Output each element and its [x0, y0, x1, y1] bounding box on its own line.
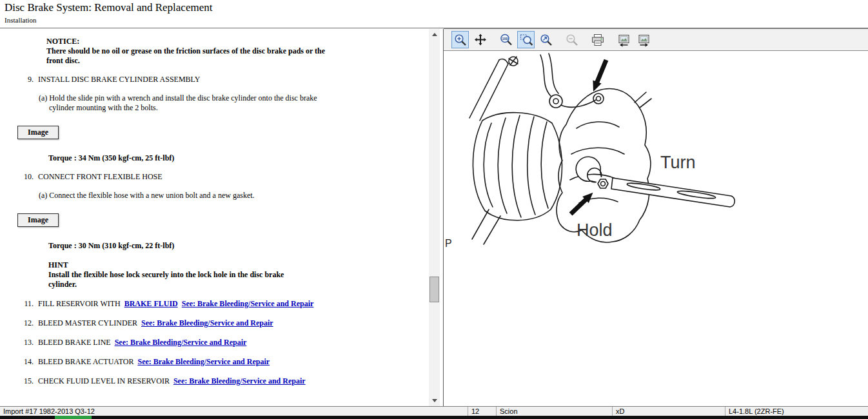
notice-label: NOTICE: [46, 37, 428, 46]
zoom-in-button[interactable] [451, 31, 469, 48]
turn-arrow-icon [593, 59, 608, 92]
step-9-torque: Torque : 34 Nm (350 kgf-cm, 25 ft-lbf) [48, 153, 428, 163]
figure-canvas[interactable]: Turn Hold P [444, 51, 868, 406]
page-subtitle: Installation [5, 16, 37, 24]
zoom-100-label: 100 [502, 36, 508, 40]
status-make: Scion [497, 407, 613, 416]
step-number: 9. [21, 75, 34, 84]
prev-figure-icon [616, 33, 631, 47]
caliper-drawing [469, 54, 651, 244]
list-item: 14.BLEED BRAKE ACTUATORSee: Brake Bleedi… [0, 357, 428, 367]
pan-button[interactable] [471, 31, 489, 48]
step-number: 13. [21, 338, 34, 347]
status-model: xD [613, 407, 725, 416]
step-number: 12. [21, 318, 34, 328]
see-brake-bleeding-link[interactable]: See: Brake Bleeding/Service and Repair [182, 299, 314, 308]
chevron-up-icon [432, 33, 437, 36]
zoom-in-icon [453, 33, 468, 47]
see-brake-bleeding-link[interactable]: See: Brake Bleeding/Service and Repair [115, 338, 247, 347]
page-title: Disc Brake System: Removal and Replaceme… [5, 1, 212, 14]
zoom-dynamic-button[interactable] [537, 31, 555, 48]
document-scrollbar[interactable] [429, 29, 440, 406]
zoom-100-button[interactable]: 100 [497, 31, 515, 48]
hold-label: Hold [577, 220, 613, 240]
status-import: Import #17 1982-2013 Q3-12 [0, 407, 468, 416]
step-10-heading: 10.CONNECT FRONT FLEXIBLE HOSE [0, 172, 428, 182]
see-brake-bleeding-link[interactable]: See: Brake Bleeding/Service and Repair [173, 376, 306, 385]
hold-arrow-icon [569, 193, 593, 216]
turn-label: Turn [660, 153, 696, 172]
image-viewer-toolbar: 100 [444, 28, 868, 51]
document-content: NOTICE: There should be no oil or grease… [0, 29, 428, 406]
notice-block: NOTICE: There should be no oil or grease… [46, 37, 428, 66]
pan-icon [473, 33, 488, 47]
hint-label: HINT [48, 260, 428, 270]
zoom-out-icon [565, 33, 579, 47]
page-letter: P [445, 238, 452, 249]
step-text: FILL RESERVOIR WITH [38, 299, 121, 308]
step-9-heading: 9.INSTALL DISC BRAKE CYLINDER ASSEMBLY [0, 75, 428, 84]
zoom-out-button[interactable] [563, 31, 580, 48]
next-figure-icon [636, 33, 651, 47]
zoom-window-button[interactable] [517, 31, 535, 48]
image-viewer-pane: 100 [444, 28, 868, 406]
brake-fluid-link[interactable]: BRAKE FLUID [124, 299, 178, 308]
list-item: 13.BLEED BRAKE LINESee: Brake Bleeding/S… [0, 338, 428, 347]
list-item: 12.BLEED MASTER CYLINDERSee: Brake Bleed… [0, 318, 428, 328]
scrollbar-thumb[interactable] [429, 277, 439, 302]
image-button-step10[interactable]: Image [17, 213, 59, 227]
prev-figure-button[interactable] [615, 31, 632, 48]
step-text: BLEED MASTER CYLINDER [38, 318, 137, 327]
hint-text: Install the flexible hose lock securely … [48, 270, 308, 289]
brake-service-figure: Turn Hold P [444, 51, 868, 406]
list-item: 15.CHECK FLUID LEVEL IN RESERVOIRSee: Br… [0, 376, 428, 386]
step-text: CHECK FLUID LEVEL IN RESERVOIR [38, 376, 170, 385]
zoom-100-icon: 100 [499, 33, 513, 47]
print-button[interactable] [589, 31, 606, 48]
zoom-window-icon [519, 33, 533, 47]
step-text: BLEED BRAKE ACTUATOR [38, 357, 133, 366]
taskbar-strip [0, 416, 868, 419]
image-button-step9[interactable]: Image [17, 126, 59, 139]
step-number: 15. [21, 376, 34, 386]
header: Disc Brake System: Removal and Replaceme… [0, 0, 868, 28]
step-text: BLEED BRAKE LINE [38, 338, 111, 347]
status-page-count: 12 [468, 407, 497, 416]
chevron-down-icon [432, 399, 437, 402]
next-figure-button[interactable] [635, 31, 652, 48]
step-number: 10. [21, 172, 34, 182]
step-number: 14. [21, 357, 34, 367]
document-pane: NOTICE: There should be no oil or grease… [0, 29, 440, 406]
step-title: CONNECT FRONT FLEXIBLE HOSE [38, 172, 163, 181]
step-number: 11. [21, 299, 34, 309]
scroll-down-button[interactable] [429, 395, 440, 406]
status-bar: Import #17 1982-2013 Q3-12 12 Scion xD L… [0, 406, 868, 416]
step-title: INSTALL DISC BRAKE CYLINDER ASSEMBLY [38, 75, 200, 84]
scroll-up-button[interactable] [429, 29, 440, 40]
step-9a-text: (a) Hold the slide pin with a wrench and… [49, 93, 338, 113]
taskbar-green-segment [55, 416, 92, 419]
see-brake-bleeding-link[interactable]: See: Brake Bleeding/Service and Repair [137, 357, 270, 366]
notice-text: There should be no oil or grease on the … [46, 46, 338, 66]
app-window: Disc Brake System: Removal and Replaceme… [0, 0, 868, 419]
step-10a-text: (a) Connect the flexible hose with a new… [49, 191, 338, 200]
wrench-drawing [576, 157, 735, 207]
print-icon [591, 33, 605, 47]
see-brake-bleeding-link[interactable]: See: Brake Bleeding/Service and Repair [141, 318, 273, 327]
zoom-dynamic-icon [539, 33, 553, 47]
list-item: 11.FILL RESERVOIR WITHBRAKE FLUIDSee: Br… [0, 299, 428, 309]
step-10-torque: Torque : 30 Nm (310 kgf-cm, 22 ft-lbf) [48, 241, 428, 251]
status-engine: L4-1.8L (2ZR-FE) [725, 407, 868, 416]
